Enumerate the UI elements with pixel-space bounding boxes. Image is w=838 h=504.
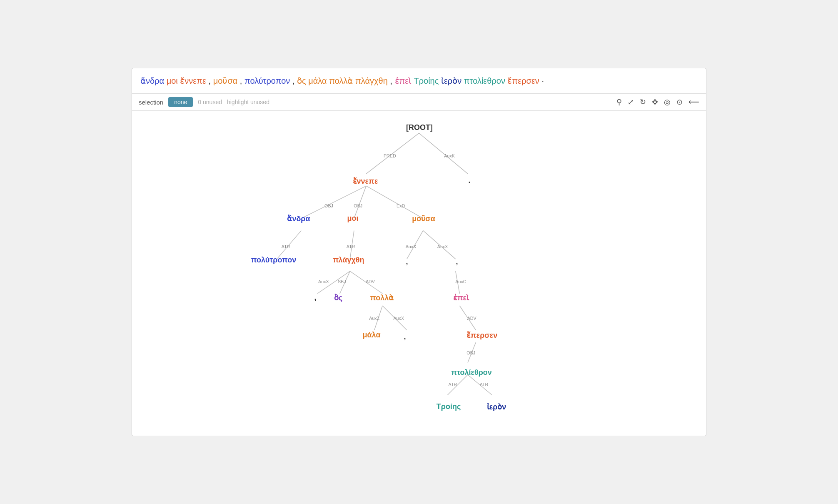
token-comma2: , [240, 76, 242, 85]
node-moi[interactable]: μοι [347, 214, 358, 223]
svg-text:AuxK: AuxK [444, 153, 455, 158]
none-button[interactable]: none [168, 97, 193, 107]
svg-text:PRED: PRED [384, 153, 396, 158]
svg-line-3 [354, 186, 366, 218]
svg-text:AuxC: AuxC [455, 279, 466, 284]
token-polla[interactable]: πολλὰ [329, 76, 353, 85]
pin-icon[interactable]: ⚲ [616, 97, 622, 107]
node-comma-auxX2: , [404, 332, 406, 341]
svg-line-16 [468, 342, 476, 363]
svg-line-6 [350, 231, 354, 259]
svg-text:ATR: ATR [347, 244, 355, 249]
node-mousa[interactable]: μοῦσα [412, 214, 435, 223]
tree-area: PRED AuxK OBJ OBJ ExD ATR ATR AuxX AuxX … [132, 111, 706, 436]
svg-text:ExD: ExD [397, 203, 405, 208]
node-ennepe[interactable]: ἔννεπε [353, 177, 378, 186]
toolbar-icons: ⚲ ⤢ ↻ ✥ ◎ ⊙ ⟵ [616, 97, 699, 107]
node-punct[interactable]: · [468, 178, 470, 187]
svg-text:AuxZ: AuxZ [369, 316, 379, 321]
word-polytropon: πολύτροπον [251, 256, 296, 264]
word-comma-right: , [456, 257, 458, 266]
svg-line-12 [456, 271, 460, 294]
node-comma-left: , [406, 257, 408, 266]
node-epei[interactable]: ἐπεὶ [453, 293, 469, 302]
target-icon[interactable]: ◎ [664, 97, 671, 107]
svg-line-15 [460, 306, 476, 330]
node-comma-right: , [456, 257, 458, 266]
token-mala[interactable]: μάλα [308, 76, 327, 85]
word-polla: πολλὰ [370, 294, 394, 302]
svg-text:AuxX: AuxX [318, 279, 329, 284]
svg-line-4 [366, 186, 423, 218]
word-planghthe: πλάγχθη [333, 256, 364, 264]
word-hos: ὃς [334, 294, 342, 302]
record-icon[interactable]: ⊙ [676, 97, 683, 107]
word-epersen: ἔπερσεν [466, 331, 497, 339]
node-hos[interactable]: ὃς [334, 293, 342, 302]
node-comma-auxX: , [314, 293, 316, 302]
word-epei: ἐπεὶ [453, 294, 469, 302]
token-epersen[interactable]: ἔπερσεν [507, 76, 539, 85]
node-polytropon[interactable]: πολύτροπον [251, 256, 296, 264]
node-hieron[interactable]: ἱερὸν [487, 402, 506, 412]
node-epersen[interactable]: ἔπερσεν [466, 331, 497, 340]
token-hos[interactable]: ὃς [297, 76, 306, 85]
word-comma-auxX: , [314, 293, 316, 302]
svg-text:OBJ: OBJ [466, 350, 475, 355]
node-polla[interactable]: πολλὰ [370, 293, 394, 302]
token-planghthe[interactable]: πλάγχθη [355, 76, 388, 85]
svg-line-0 [366, 133, 419, 174]
selection-label: selection [139, 99, 163, 106]
word-root: [ROOT] [406, 123, 433, 132]
svg-line-7 [407, 231, 423, 259]
sentence-bar: ἄνδρα μοι ἔννεπε , μοῦσα , πολύτροπον , … [132, 68, 706, 94]
token-hieron[interactable]: ἱερὸν [441, 76, 461, 85]
token-moi[interactable]: μοι [167, 76, 178, 85]
token-ennepe[interactable]: ἔννεπε [180, 76, 206, 85]
word-ptoliethron: πτολίεθρον [451, 368, 492, 377]
token-troies[interactable]: Τροίης [414, 76, 439, 85]
word-mala: μάλα [363, 331, 381, 339]
token-andra[interactable]: ἄνδρα [140, 76, 164, 85]
word-mousa: μοῦσα [412, 215, 435, 223]
word-moi: μοι [347, 214, 358, 222]
token-polytropon[interactable]: πολύτροπον [244, 76, 290, 85]
token-mousa[interactable]: μοῦσα [213, 76, 238, 85]
node-planghthe[interactable]: πλάγχθη [333, 256, 364, 264]
svg-text:OBJ: OBJ [324, 203, 333, 208]
svg-text:AuxX: AuxX [406, 244, 417, 249]
back-icon[interactable]: ⟵ [688, 97, 699, 107]
word-hieron: ἱερὸν [487, 403, 506, 411]
token-ptoliethron[interactable]: πτολίεθρον [464, 76, 505, 85]
svg-line-11 [317, 271, 350, 294]
svg-line-18 [468, 375, 492, 395]
refresh-icon[interactable]: ↻ [640, 97, 646, 107]
main-container: ἄνδρα μοι ἔννεπε , μοῦσα , πολύτροπον , … [132, 68, 706, 436]
svg-text:ATR: ATR [449, 382, 457, 387]
word-troies: Τροίης [436, 402, 461, 411]
expand-icon[interactable]: ⤢ [628, 97, 634, 107]
node-ptoliethron[interactable]: πτολίεθρον [451, 368, 492, 377]
node-mala[interactable]: μάλα [363, 331, 381, 339]
svg-text:ATR: ATR [480, 382, 489, 387]
word-andra: ἄνδρα [287, 215, 310, 223]
node-troies[interactable]: Τροίης [436, 402, 461, 411]
unused-count: 0 unused [198, 99, 222, 105]
node-andra[interactable]: ἄνδρα [287, 214, 310, 223]
svg-line-14 [382, 306, 407, 330]
svg-text:ADV: ADV [366, 279, 375, 284]
word-punct: · [468, 178, 470, 187]
svg-line-2 [301, 186, 366, 218]
word-comma-left: , [406, 257, 408, 266]
svg-text:ADV: ADV [467, 316, 477, 321]
token-dot: · [541, 76, 544, 85]
svg-line-8 [423, 231, 456, 259]
token-comma3: , [292, 76, 295, 85]
token-comma1: , [209, 76, 211, 85]
svg-line-10 [350, 271, 382, 294]
node-root[interactable]: [ROOT] [406, 123, 433, 132]
svg-text:AuxX: AuxX [393, 316, 404, 321]
highlight-unused[interactable]: highlight unused [227, 99, 269, 105]
move-icon[interactable]: ✥ [652, 97, 658, 107]
token-epei[interactable]: ἐπεὶ [395, 76, 412, 85]
